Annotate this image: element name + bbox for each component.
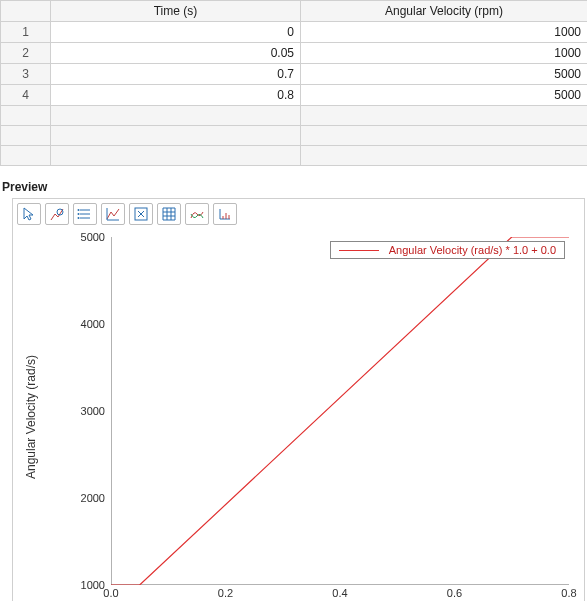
- cell-av[interactable]: 1000: [301, 43, 588, 64]
- cell-time[interactable]: 0: [51, 22, 301, 43]
- svg-point-3: [78, 217, 80, 219]
- legend-label: Angular Velocity (rad/s) * 1.0 + 0.0: [389, 244, 556, 256]
- zoom-mode-icon[interactable]: [45, 203, 69, 225]
- row-number[interactable]: 4: [1, 85, 51, 106]
- table-row[interactable]: 40.85000: [1, 85, 588, 106]
- x-tick-label: 0.6: [447, 587, 462, 599]
- x-tick-label: 0.0: [103, 587, 118, 599]
- cell-empty[interactable]: [301, 126, 588, 146]
- cell-time[interactable]: 0.05: [51, 43, 301, 64]
- plot-wrap: Angular Velocity (rad/s) Angular Velocit…: [13, 227, 584, 601]
- plot-svg: [111, 237, 569, 585]
- multi-line-icon[interactable]: [185, 203, 209, 225]
- cell-time[interactable]: 0.7: [51, 64, 301, 85]
- table-row[interactable]: 20.051000: [1, 43, 588, 64]
- cell-av[interactable]: 5000: [301, 64, 588, 85]
- row-number[interactable]: 3: [1, 64, 51, 85]
- table-row-empty[interactable]: [1, 146, 588, 166]
- axes-config-icon[interactable]: [213, 203, 237, 225]
- data-table[interactable]: Time (s) Angular Velocity (rpm) 10100020…: [0, 0, 587, 166]
- table-row[interactable]: 101000: [1, 22, 588, 43]
- cell-empty[interactable]: [301, 106, 588, 126]
- row-number-empty[interactable]: [1, 106, 51, 126]
- row-number[interactable]: 2: [1, 43, 51, 64]
- svg-point-2: [78, 213, 80, 215]
- col-header-av[interactable]: Angular Velocity (rpm): [301, 1, 588, 22]
- y-axis-label: Angular Velocity (rad/s): [24, 355, 38, 479]
- y-tick-label: 3000: [81, 405, 105, 417]
- chart-panel: Angular Velocity (rad/s) Angular Velocit…: [12, 198, 585, 601]
- chart-toolbar: [13, 199, 584, 227]
- cell-empty[interactable]: [51, 126, 301, 146]
- legend-swatch: [339, 250, 379, 251]
- legend: Angular Velocity (rad/s) * 1.0 + 0.0: [330, 241, 565, 259]
- y-tick-label: 5000: [81, 231, 105, 243]
- y-tick-label: 2000: [81, 492, 105, 504]
- x-tick-label: 0.4: [332, 587, 347, 599]
- grid-icon[interactable]: [157, 203, 181, 225]
- list-icon[interactable]: [73, 203, 97, 225]
- line-plot-icon[interactable]: [101, 203, 125, 225]
- cell-av[interactable]: 1000: [301, 22, 588, 43]
- y-tick-label: 4000: [81, 318, 105, 330]
- pointer-icon[interactable]: [17, 203, 41, 225]
- cell-empty[interactable]: [51, 106, 301, 126]
- cell-av[interactable]: 5000: [301, 85, 588, 106]
- series-line: [111, 237, 569, 585]
- svg-point-1: [78, 209, 80, 211]
- cell-time[interactable]: 0.8: [51, 85, 301, 106]
- zoom-fit-icon[interactable]: [129, 203, 153, 225]
- col-header-time[interactable]: Time (s): [51, 1, 301, 22]
- table-row[interactable]: 30.75000: [1, 64, 588, 85]
- cell-empty[interactable]: [301, 146, 588, 166]
- x-tick-label: 0.2: [218, 587, 233, 599]
- plot-area[interactable]: Angular Velocity (rad/s) * 1.0 + 0.0 100…: [111, 237, 569, 585]
- row-number-empty[interactable]: [1, 126, 51, 146]
- y-tick-label: 1000: [81, 579, 105, 591]
- table-row-empty[interactable]: [1, 106, 588, 126]
- table-corner[interactable]: [1, 1, 51, 22]
- x-tick-label: 0.8: [561, 587, 576, 599]
- cell-empty[interactable]: [51, 146, 301, 166]
- row-number[interactable]: 1: [1, 22, 51, 43]
- row-number-empty[interactable]: [1, 146, 51, 166]
- preview-section-title: Preview: [2, 180, 587, 194]
- table-row-empty[interactable]: [1, 126, 588, 146]
